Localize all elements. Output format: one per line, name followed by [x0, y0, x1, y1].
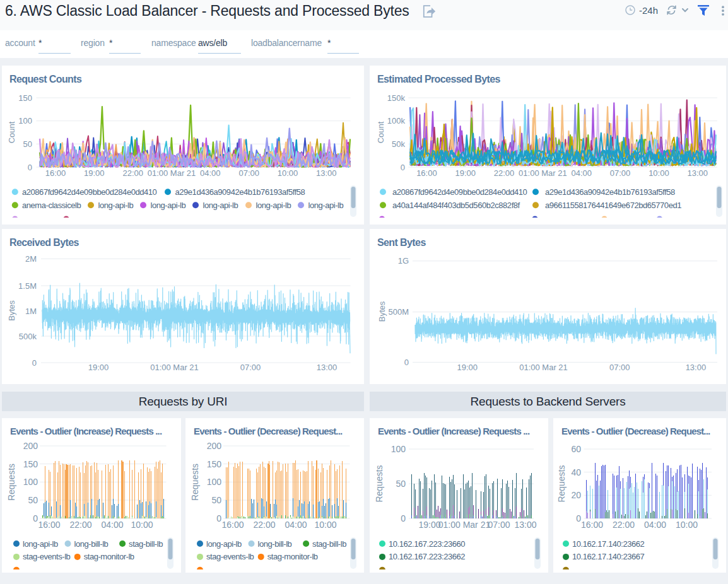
svg-text:a29e1d436a90942e4b1b76193af5ff: a29e1d436a90942e4b1b76193af5ff58 — [175, 187, 305, 197]
svg-text:a40a144af484f403db5d560b2c882f: a40a144af484f403db5d560b2c882f8f — [392, 201, 520, 210]
svg-text:long-api-lb: long-api-lb — [203, 201, 238, 210]
svg-text:50: 50 — [28, 495, 38, 505]
svg-text:60: 60 — [571, 444, 581, 454]
svg-text:20: 20 — [571, 490, 581, 500]
svg-text:19:00: 19:00 — [418, 520, 440, 530]
svg-text:10.162.17.140:23662: 10.162.17.140:23662 — [572, 539, 645, 549]
svg-text:10.162.167.223:23662: 10.162.167.223:23662 — [389, 552, 465, 561]
svg-text:10:00: 10:00 — [278, 168, 298, 178]
svg-text:07:00: 07:00 — [240, 363, 261, 372]
svg-text:13:00: 13:00 — [317, 363, 338, 372]
svg-text:01:00 Mar 21: 01:00 Mar 21 — [438, 520, 491, 530]
svg-text:0: 0 — [401, 163, 405, 172]
svg-text:0: 0 — [404, 358, 409, 367]
svg-text:1G: 1G — [398, 256, 409, 266]
svg-text:50k: 50k — [392, 139, 405, 149]
svg-text:100k: 100k — [387, 116, 406, 126]
svg-text:19:00: 19:00 — [88, 363, 109, 372]
svg-text:04:00: 04:00 — [571, 168, 592, 178]
svg-text:stag-monitor-lb: stag-monitor-lb — [84, 552, 134, 561]
svg-text:long-api-lb: long-api-lb — [151, 201, 186, 210]
svg-text:22:00: 22:00 — [122, 168, 143, 178]
svg-text:Events - Outlier (Increase) Re: Events - Outlier (Increase) Requests ... — [378, 426, 530, 436]
svg-text:01:00 Mar 21: 01:00 Mar 21 — [148, 168, 196, 178]
svg-text:stag-bill-lb: stag-bill-lb — [129, 539, 163, 549]
svg-text:stag-events-lb: stag-events-lb — [206, 552, 254, 561]
svg-text:01:00 Mar 21: 01:00 Mar 21 — [150, 363, 199, 372]
svg-text:200: 200 — [207, 441, 222, 451]
svg-text:Count: Count — [7, 121, 16, 143]
svg-text:07:00: 07:00 — [610, 168, 631, 178]
svg-text:10:00: 10:00 — [649, 168, 669, 178]
svg-text:Sent Bytes: Sent Bytes — [377, 237, 426, 248]
svg-text:2M: 2M — [25, 254, 37, 264]
svg-text:Count: Count — [376, 121, 385, 143]
svg-text:16:00: 16:00 — [221, 520, 244, 530]
svg-text:13:00: 13:00 — [686, 363, 707, 372]
svg-text:long-api-lb: long-api-lb — [23, 539, 58, 549]
svg-text:Bytes: Bytes — [377, 301, 387, 322]
svg-text:10:00: 10:00 — [314, 520, 336, 530]
svg-text:50: 50 — [23, 139, 32, 149]
svg-text:22:00: 22:00 — [494, 168, 515, 178]
svg-text:150: 150 — [23, 459, 38, 469]
svg-text:13:00: 13:00 — [316, 168, 337, 178]
svg-text:stag-events-lb: stag-events-lb — [23, 552, 71, 561]
svg-text:1M: 1M — [25, 307, 37, 316]
svg-text:Requests: Requests — [374, 465, 384, 502]
svg-text:50: 50 — [396, 479, 406, 489]
svg-text:Received Bytes: Received Bytes — [9, 237, 79, 248]
svg-text:07:00: 07:00 — [609, 363, 630, 372]
svg-text:04:00: 04:00 — [200, 168, 221, 178]
svg-text:500k: 500k — [19, 332, 37, 341]
svg-text:10.162.167.223:23660: 10.162.167.223:23660 — [389, 539, 465, 549]
svg-text:long-api-lb: long-api-lb — [256, 201, 291, 210]
svg-text:Requests: Requests — [190, 464, 200, 501]
svg-text:0: 0 — [32, 358, 37, 368]
svg-text:100: 100 — [207, 477, 222, 487]
svg-text:0: 0 — [216, 513, 221, 523]
svg-text:40: 40 — [571, 467, 581, 477]
svg-text:long-bill-lb: long-bill-lb — [258, 539, 292, 549]
svg-text:long-api-lb: long-api-lb — [98, 201, 134, 210]
svg-text:anema-classicelb: anema-classicelb — [22, 201, 81, 210]
svg-text:0: 0 — [33, 513, 38, 523]
svg-text:Estimated Processed Bytes: Estimated Processed Bytes — [377, 74, 501, 85]
svg-text:long-bill-lb: long-bill-lb — [74, 539, 109, 549]
svg-text:Events - Outlier (Decrease) Re: Events - Outlier (Decrease) Request... — [194, 426, 343, 436]
svg-text:150: 150 — [18, 93, 32, 103]
svg-text:10.162.17.140:23667: 10.162.17.140:23667 — [572, 552, 645, 561]
svg-text:16:00: 16:00 — [416, 168, 437, 178]
svg-text:22:00: 22:00 — [253, 520, 275, 530]
svg-text:07:00: 07:00 — [488, 520, 510, 530]
svg-text:a20867fd9642d4e09bbe0d284e0dd4: a20867fd9642d4e09bbe0d284e0dd410 — [22, 187, 157, 197]
svg-text:Bytes: Bytes — [7, 300, 16, 321]
svg-text:01:00 Mar 21: 01:00 Mar 21 — [519, 168, 567, 178]
svg-text:150: 150 — [207, 459, 222, 469]
svg-text:200: 200 — [23, 441, 38, 451]
svg-text:13:00: 13:00 — [514, 520, 536, 530]
svg-text:07:00: 07:00 — [238, 168, 259, 178]
svg-text:19:00: 19:00 — [84, 168, 105, 178]
svg-text:16:00: 16:00 — [580, 520, 602, 530]
svg-text:500M: 500M — [388, 307, 409, 317]
svg-text:Request Counts: Request Counts — [9, 74, 82, 85]
svg-text:stag-bill-lb: stag-bill-lb — [312, 539, 346, 549]
svg-text:16:00: 16:00 — [38, 520, 60, 530]
svg-text:19:00: 19:00 — [455, 168, 476, 178]
svg-text:10:00: 10:00 — [675, 520, 697, 530]
svg-text:100: 100 — [23, 477, 38, 487]
svg-text:22:00: 22:00 — [69, 520, 91, 530]
svg-text:04:00: 04:00 — [643, 520, 666, 530]
svg-text:long-api-lb: long-api-lb — [206, 539, 242, 549]
svg-text:Events - Outlier (Increase) Re: Events - Outlier (Increase) Requests ... — [10, 426, 162, 436]
svg-text:22:00: 22:00 — [612, 520, 634, 530]
svg-text:1.5M: 1.5M — [18, 281, 37, 291]
svg-text:a29e1d436a90942e4b1b76193af5ff: a29e1d436a90942e4b1b76193af5ff58 — [545, 187, 675, 197]
svg-text:long-api-lb: long-api-lb — [308, 201, 344, 210]
svg-text:10:00: 10:00 — [131, 520, 153, 530]
svg-text:04:00: 04:00 — [101, 520, 123, 530]
svg-text:0: 0 — [401, 513, 406, 523]
svg-text:100: 100 — [18, 116, 32, 126]
svg-text:a96611558176441649e672bd65770e: a96611558176441649e672bd65770ed1 — [545, 201, 681, 210]
